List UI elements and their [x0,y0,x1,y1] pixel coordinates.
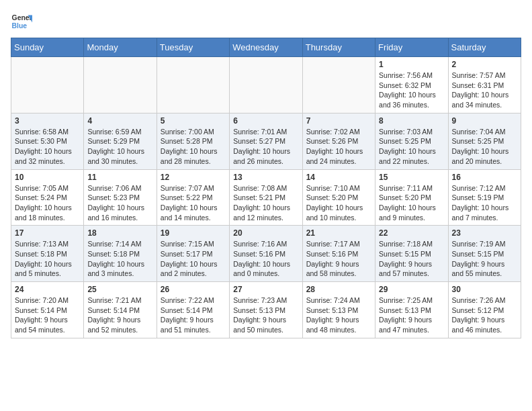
calendar-cell: 24Sunrise: 7:20 AM Sunset: 5:14 PM Dayli… [11,282,84,338]
page-header: General Blue [11,11,521,32]
calendar-cell: 11Sunrise: 7:06 AM Sunset: 5:23 PM Dayli… [84,169,157,226]
day-number: 7 [306,116,371,126]
calendar-cell: 17Sunrise: 7:13 AM Sunset: 5:18 PM Dayli… [11,226,84,282]
calendar-cell: 5Sunrise: 7:00 AM Sunset: 5:28 PM Daylig… [157,113,229,169]
column-header-sunday: Sunday [11,38,84,57]
day-info: Sunrise: 7:04 AM Sunset: 5:25 PM Dayligh… [452,127,517,167]
logo-icon: General Blue [11,11,32,32]
day-info: Sunrise: 7:17 AM Sunset: 5:16 PM Dayligh… [306,239,371,279]
day-number: 2 [452,60,517,69]
day-info: Sunrise: 7:03 AM Sunset: 5:25 PM Dayligh… [379,127,444,167]
day-number: 15 [379,173,444,182]
day-info: Sunrise: 7:19 AM Sunset: 5:15 PM Dayligh… [452,239,517,279]
svg-text:Blue: Blue [12,22,28,30]
day-number: 8 [379,116,444,126]
calendar-cell: 4Sunrise: 6:59 AM Sunset: 5:29 PM Daylig… [84,113,157,169]
calendar-cell: 12Sunrise: 7:07 AM Sunset: 5:22 PM Dayli… [157,169,229,226]
day-info: Sunrise: 7:21 AM Sunset: 5:14 PM Dayligh… [87,295,152,335]
day-number: 9 [452,116,517,126]
day-number: 4 [87,116,152,126]
day-number: 11 [87,173,152,182]
calendar-cell [84,57,157,113]
calendar-cell: 7Sunrise: 7:02 AM Sunset: 5:26 PM Daylig… [302,113,375,169]
calendar-cell: 21Sunrise: 7:17 AM Sunset: 5:16 PM Dayli… [302,226,375,282]
day-info: Sunrise: 7:15 AM Sunset: 5:17 PM Dayligh… [161,239,226,279]
day-number: 18 [87,228,152,238]
calendar-cell: 26Sunrise: 7:22 AM Sunset: 5:14 PM Dayli… [157,282,229,338]
day-number: 13 [233,173,298,182]
calendar-cell [157,57,229,113]
day-info: Sunrise: 7:02 AM Sunset: 5:26 PM Dayligh… [306,127,371,167]
day-number: 21 [306,228,371,238]
calendar-week-row: 10Sunrise: 7:05 AM Sunset: 5:24 PM Dayli… [11,169,521,226]
calendar-cell [230,57,302,113]
day-info: Sunrise: 7:14 AM Sunset: 5:18 PM Dayligh… [87,239,152,279]
calendar-cell: 2Sunrise: 7:57 AM Sunset: 6:31 PM Daylig… [448,57,521,113]
day-info: Sunrise: 7:05 AM Sunset: 5:24 PM Dayligh… [15,183,80,223]
column-header-friday: Friday [375,38,448,57]
day-info: Sunrise: 7:20 AM Sunset: 5:14 PM Dayligh… [15,295,80,335]
calendar-week-row: 3Sunrise: 6:58 AM Sunset: 5:30 PM Daylig… [11,113,521,169]
day-info: Sunrise: 7:26 AM Sunset: 5:12 PM Dayligh… [452,295,517,335]
day-info: Sunrise: 7:23 AM Sunset: 5:13 PM Dayligh… [233,295,298,335]
day-info: Sunrise: 7:12 AM Sunset: 5:19 PM Dayligh… [452,183,517,223]
calendar-cell [302,57,375,113]
day-info: Sunrise: 7:56 AM Sunset: 6:32 PM Dayligh… [379,71,444,110]
calendar-week-row: 1Sunrise: 7:56 AM Sunset: 6:32 PM Daylig… [11,57,521,113]
day-info: Sunrise: 7:13 AM Sunset: 5:18 PM Dayligh… [15,239,80,279]
logo: General Blue [11,11,32,32]
day-number: 3 [15,116,80,126]
day-info: Sunrise: 7:57 AM Sunset: 6:31 PM Dayligh… [452,71,517,110]
day-number: 27 [233,285,298,294]
column-header-tuesday: Tuesday [157,38,229,57]
calendar-cell: 30Sunrise: 7:26 AM Sunset: 5:12 PM Dayli… [448,282,521,338]
calendar-cell: 10Sunrise: 7:05 AM Sunset: 5:24 PM Dayli… [11,169,84,226]
day-number: 14 [306,173,371,182]
day-number: 10 [15,173,80,182]
day-number: 29 [379,285,444,294]
day-info: Sunrise: 7:11 AM Sunset: 5:20 PM Dayligh… [379,183,444,223]
calendar-cell: 6Sunrise: 7:01 AM Sunset: 5:27 PM Daylig… [230,113,302,169]
calendar-cell [11,57,84,113]
day-info: Sunrise: 7:07 AM Sunset: 5:22 PM Dayligh… [161,183,226,223]
column-header-wednesday: Wednesday [230,38,302,57]
calendar-table: SundayMondayTuesdayWednesdayThursdayFrid… [11,38,521,338]
calendar-week-row: 24Sunrise: 7:20 AM Sunset: 5:14 PM Dayli… [11,282,521,338]
calendar-cell: 13Sunrise: 7:08 AM Sunset: 5:21 PM Dayli… [230,169,302,226]
calendar-cell: 1Sunrise: 7:56 AM Sunset: 6:32 PM Daylig… [375,57,448,113]
day-info: Sunrise: 6:59 AM Sunset: 5:29 PM Dayligh… [87,127,152,167]
day-number: 6 [233,116,298,126]
day-number: 25 [87,285,152,294]
day-number: 1 [379,60,444,69]
day-info: Sunrise: 7:00 AM Sunset: 5:28 PM Dayligh… [161,127,226,167]
day-number: 12 [161,173,226,182]
calendar-cell: 28Sunrise: 7:24 AM Sunset: 5:13 PM Dayli… [302,282,375,338]
day-info: Sunrise: 6:58 AM Sunset: 5:30 PM Dayligh… [15,127,80,167]
day-number: 23 [452,228,517,238]
day-number: 16 [452,173,517,182]
day-number: 28 [306,285,371,294]
calendar-cell: 16Sunrise: 7:12 AM Sunset: 5:19 PM Dayli… [448,169,521,226]
column-header-saturday: Saturday [448,38,521,57]
calendar-cell: 23Sunrise: 7:19 AM Sunset: 5:15 PM Dayli… [448,226,521,282]
day-info: Sunrise: 7:16 AM Sunset: 5:16 PM Dayligh… [233,239,298,279]
calendar-week-row: 17Sunrise: 7:13 AM Sunset: 5:18 PM Dayli… [11,226,521,282]
day-number: 19 [161,228,226,238]
day-number: 26 [161,285,226,294]
calendar-cell: 19Sunrise: 7:15 AM Sunset: 5:17 PM Dayli… [157,226,229,282]
column-header-thursday: Thursday [302,38,375,57]
day-info: Sunrise: 7:24 AM Sunset: 5:13 PM Dayligh… [306,295,371,335]
calendar-cell: 9Sunrise: 7:04 AM Sunset: 5:25 PM Daylig… [448,113,521,169]
calendar-cell: 3Sunrise: 6:58 AM Sunset: 5:30 PM Daylig… [11,113,84,169]
calendar-cell: 14Sunrise: 7:10 AM Sunset: 5:20 PM Dayli… [302,169,375,226]
day-info: Sunrise: 7:01 AM Sunset: 5:27 PM Dayligh… [233,127,298,167]
calendar-header-row: SundayMondayTuesdayWednesdayThursdayFrid… [11,38,521,57]
calendar-cell: 18Sunrise: 7:14 AM Sunset: 5:18 PM Dayli… [84,226,157,282]
day-info: Sunrise: 7:10 AM Sunset: 5:20 PM Dayligh… [306,183,371,223]
day-info: Sunrise: 7:06 AM Sunset: 5:23 PM Dayligh… [87,183,152,223]
calendar-cell: 20Sunrise: 7:16 AM Sunset: 5:16 PM Dayli… [230,226,302,282]
day-info: Sunrise: 7:25 AM Sunset: 5:13 PM Dayligh… [379,295,444,335]
column-header-monday: Monday [84,38,157,57]
calendar-cell: 8Sunrise: 7:03 AM Sunset: 5:25 PM Daylig… [375,113,448,169]
day-number: 24 [15,285,80,294]
